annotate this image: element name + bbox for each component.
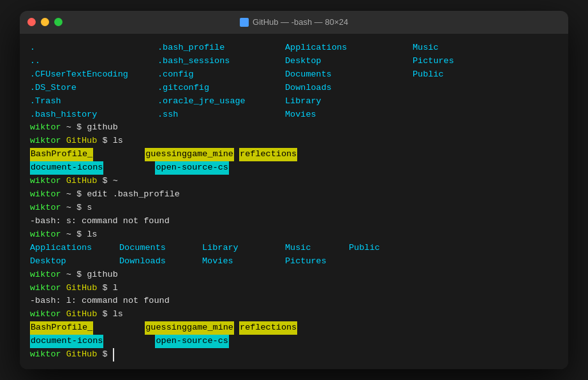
terminal-line: . .bash_profile Applications Music: [30, 41, 558, 55]
terminal-prompt: wiktor GitHub $ l: [30, 282, 558, 295]
terminal-line: -bash: s: command not found: [30, 215, 558, 228]
col4-text: Music: [413, 41, 515, 55]
maximize-button[interactable]: [54, 18, 62, 26]
terminal-line: document-icons open-source-cs: [30, 161, 558, 175]
terminal-line: document-icons open-source-cs: [30, 335, 558, 348]
terminal-line: .. .bash_sessions Desktop Pictures: [30, 55, 558, 68]
spacer: [103, 335, 155, 348]
minimize-button[interactable]: [41, 18, 49, 26]
prompt-text: wiktor: [30, 282, 61, 295]
terminal-line: Desktop Downloads Movies Pictures: [30, 255, 558, 268]
error-text: -bash: s: command not found: [30, 215, 170, 228]
ls-item: reflections: [239, 148, 297, 161]
command-text: s: [87, 201, 92, 215]
ls-item: document-icons: [30, 335, 103, 348]
prompt-separator: ~ $: [61, 268, 87, 282]
ls-item: Pictures: [285, 255, 327, 268]
col4-text: [413, 95, 515, 108]
branch-text: GitHub: [66, 348, 98, 362]
prompt-separator: ~ $: [61, 228, 87, 242]
ls-item: Music: [285, 242, 349, 255]
terminal-line: BashProfile_ guessinggame_mine reflectio…: [30, 148, 558, 161]
ls-item: guessinggame_mine: [145, 148, 234, 161]
col4-text: Public: [413, 68, 515, 82]
col2-text: .gitconfig: [158, 82, 285, 95]
ls-item: open-source-cs: [155, 335, 228, 348]
col2-text: .bash_profile: [158, 41, 285, 55]
spacer: [93, 321, 145, 335]
col1-text: .DS_Store: [30, 82, 158, 95]
terminal-window: GitHub — -bash — 80×24 . .bash_profile A…: [20, 11, 568, 369]
terminal-line: -bash: l: command not found: [30, 295, 558, 308]
command-text: ls: [113, 308, 123, 321]
ls-item: Library: [202, 242, 285, 255]
col1-text: .bash_history: [30, 108, 158, 122]
prompt-separator: $: [97, 348, 112, 362]
ls-item: document-icons: [30, 161, 103, 175]
terminal-prompt: wiktor GitHub $ ~: [30, 175, 558, 188]
col1-text: .CFUserTextEncoding: [30, 68, 158, 82]
ls-item: Desktop: [30, 255, 119, 268]
spacer: [93, 148, 145, 161]
command-text: github: [87, 268, 118, 282]
ls-item: guessinggame_mine: [145, 321, 234, 335]
github-icon: [240, 18, 249, 27]
close-button[interactable]: [27, 18, 36, 26]
prompt-text: wiktor: [30, 201, 61, 215]
window-title: GitHub — -bash — 80×24: [240, 17, 348, 27]
prompt-separator: [61, 175, 66, 188]
traffic-lights[interactable]: [27, 18, 62, 26]
col3-text: Applications: [285, 41, 413, 55]
col4-text: Pictures: [413, 55, 515, 68]
terminal-line: .CFUserTextEncoding .config Documents Pu…: [30, 68, 558, 82]
prompt-separator: $: [97, 282, 112, 295]
spacer: [103, 161, 155, 175]
prompt-text: wiktor: [30, 188, 61, 201]
prompt-text: wiktor: [30, 348, 61, 362]
prompt-text: wiktor: [30, 308, 61, 321]
ls-item: Applications: [30, 242, 119, 255]
prompt-separator: $ ~: [97, 175, 117, 188]
ls-item: Movies: [202, 255, 285, 268]
prompt-separator: ~ $: [61, 201, 87, 215]
terminal-line: .Trash .oracle_jre_usage Library: [30, 95, 558, 108]
prompt-text: wiktor: [30, 228, 61, 242]
ls-item: open-source-cs: [155, 161, 228, 175]
ls-item: Public: [349, 242, 380, 255]
terminal-prompt: wiktor ~ $ s: [30, 201, 558, 215]
terminal-line: .DS_Store .gitconfig Downloads: [30, 82, 558, 95]
terminal-prompt: wiktor ~ $ ls: [30, 228, 558, 242]
command-text: github: [87, 121, 118, 135]
ls-item: reflections: [239, 321, 297, 335]
ls-item: BashProfile_: [30, 148, 93, 161]
col1-text: .Trash: [30, 95, 158, 108]
titlebar: GitHub — -bash — 80×24: [20, 11, 568, 34]
col3-text: Downloads: [285, 82, 413, 95]
terminal-prompt: wiktor ~ $ github: [30, 268, 558, 282]
terminal-body[interactable]: . .bash_profile Applications Music .. .b…: [20, 34, 568, 369]
prompt-text: wiktor: [30, 268, 61, 282]
branch-text: GitHub: [66, 135, 98, 148]
ls-item: Downloads: [119, 255, 202, 268]
col2-text: .config: [158, 68, 285, 82]
col4-text: [413, 108, 515, 122]
spacer: [234, 148, 239, 161]
ls-item: Documents: [119, 242, 202, 255]
prompt-text: wiktor: [30, 121, 61, 135]
error-text: -bash: l: command not found: [30, 295, 170, 308]
prompt-separator: ~ $: [61, 121, 87, 135]
col4-text: [413, 82, 515, 95]
branch-text: GitHub: [66, 282, 98, 295]
terminal-prompt: wiktor ~ $ edit .bash_profile: [30, 188, 558, 201]
col3-text: Desktop: [285, 55, 413, 68]
prompt-separator: [61, 282, 66, 295]
terminal-prompt: wiktor ~ $ github: [30, 121, 558, 135]
terminal-prompt: wiktor GitHub $ ls: [30, 135, 558, 148]
prompt-separator: $: [97, 135, 112, 148]
col2-text: .oracle_jre_usage: [158, 95, 285, 108]
prompt-separator: $: [97, 308, 112, 321]
command-text: edit .bash_profile: [87, 188, 180, 201]
col3-text: Documents: [285, 68, 413, 82]
prompt-separator: [61, 348, 66, 362]
prompt-text: wiktor: [30, 175, 61, 188]
